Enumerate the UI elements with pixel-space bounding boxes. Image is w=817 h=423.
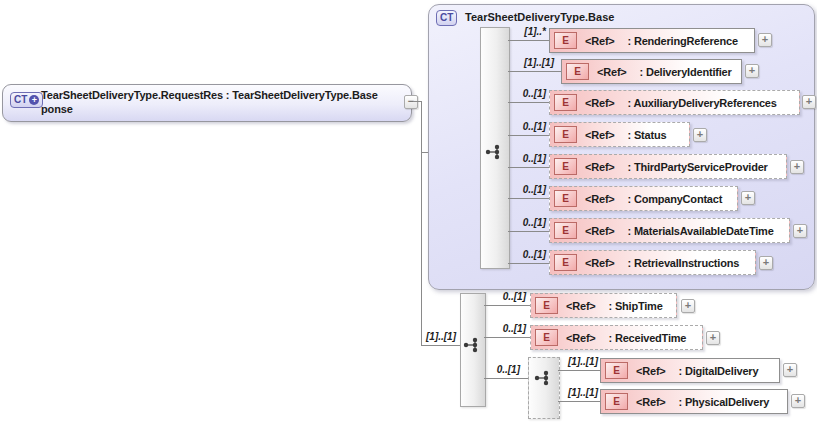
expand-button[interactable]: + <box>681 299 695 313</box>
element-icon: E <box>605 362 628 379</box>
element-icon: E <box>554 32 577 49</box>
connector-line <box>508 198 549 199</box>
cardinality-label: 0..[1] <box>486 323 526 335</box>
cardinality-label: 0..[1] <box>500 217 546 229</box>
cardinality-label: [1]..* <box>498 26 546 38</box>
element-ref: <Ref> <box>585 161 615 173</box>
expand-button[interactable]: + <box>783 363 797 377</box>
connector-line <box>508 263 549 264</box>
sequence-icon <box>462 336 482 354</box>
expand-button[interactable]: + <box>791 394 805 408</box>
expand-button[interactable]: + <box>758 33 772 47</box>
element-ref: <Ref> <box>566 300 596 312</box>
cardinality-label: [1]..[1] <box>414 331 456 343</box>
element-icon: E <box>605 393 628 410</box>
element-ref: <Ref> <box>585 225 615 237</box>
element-ship-time[interactable]: E <Ref> : ShipTime <box>530 293 677 318</box>
connector-line <box>558 370 600 371</box>
expand-button[interactable]: + <box>745 64 759 78</box>
element-auxiliary-delivery-references[interactable]: E <Ref> : AuxiliaryDeliveryReferences <box>549 90 800 115</box>
connector-line <box>484 337 530 338</box>
base-type-title: TearSheetDeliveryType.Base <box>465 11 614 23</box>
expand-button[interactable]: + <box>793 224 807 238</box>
element-icon: E <box>554 94 577 111</box>
root-title-line2: ponse <box>41 102 378 116</box>
element-name: : DeliveryIdentifier <box>640 66 732 78</box>
connector-line <box>508 231 549 232</box>
element-ref: <Ref> <box>636 365 666 377</box>
element-name: : MaterialsAvailableDateTime <box>628 225 774 237</box>
element-company-contact[interactable]: E <Ref> : CompanyContact <box>549 186 738 211</box>
root-title-line1: TearSheetDeliveryType.RequestRes : TearS… <box>41 88 378 102</box>
element-icon: E <box>554 158 577 175</box>
element-icon: E <box>554 222 577 239</box>
element-ref: <Ref> <box>566 332 596 344</box>
sequence-icon <box>533 369 553 387</box>
element-icon: E <box>554 190 577 207</box>
element-icon: E <box>535 297 558 314</box>
cardinality-label: 0..[1] <box>480 364 520 376</box>
expand-button[interactable]: + <box>741 191 755 205</box>
cardinality-label: 0..[1] <box>500 88 546 100</box>
element-ref: <Ref> <box>585 129 615 141</box>
connector-line <box>508 102 549 103</box>
element-received-time[interactable]: E <Ref> : ReceivedTime <box>530 325 703 350</box>
connector-line <box>421 345 460 346</box>
element-rendering-reference[interactable]: E <Ref> : RenderingReference <box>549 28 755 53</box>
element-name: : AuxiliaryDeliveryReferences <box>628 97 777 109</box>
cardinality-label: 0..[1] <box>500 249 546 261</box>
connector-line <box>508 135 549 136</box>
connector-line <box>484 378 528 379</box>
expand-button[interactable]: + <box>790 160 804 174</box>
element-name: : DigitalDelivery <box>679 365 759 377</box>
element-status[interactable]: E <Ref> : Status <box>549 122 690 147</box>
connector-line <box>484 305 530 306</box>
cardinality-label: [1]..[1] <box>508 57 554 69</box>
cardinality-label: 0..[1] <box>500 153 546 165</box>
element-name: : PhysicalDelivery <box>679 396 770 408</box>
root-node-title: TearSheetDeliveryType.RequestRes : TearS… <box>41 88 378 116</box>
element-icon: E <box>554 254 577 271</box>
cardinality-label: 0..[1] <box>486 291 526 303</box>
connector-line <box>421 101 422 345</box>
element-name: : RenderingReference <box>628 35 738 47</box>
connector-line <box>508 71 561 72</box>
complextype-icon: CT <box>436 10 457 26</box>
cardinality-label: [1]..[1] <box>554 387 598 399</box>
element-icon: E <box>535 329 558 346</box>
element-third-party-service-provider[interactable]: E <Ref> : ThirdPartyServiceProvider <box>549 154 787 179</box>
element-ref: <Ref> <box>585 257 615 269</box>
ct-badge-label: CT <box>440 11 453 25</box>
element-materials-available-date-time[interactable]: E <Ref> : MaterialsAvailableDateTime <box>549 218 790 243</box>
connector-line <box>508 40 549 41</box>
expand-button[interactable]: + <box>706 331 720 345</box>
element-name: : ShipTime <box>609 300 663 312</box>
cardinality-label: [1]..[1] <box>554 356 598 368</box>
connector-line <box>558 401 600 402</box>
element-name: : RetrievalInstructions <box>628 257 740 269</box>
complextype-plus-icon: CT+ <box>10 92 43 108</box>
expand-button[interactable]: + <box>693 128 707 142</box>
cardinality-label: 0..[1] <box>500 184 546 196</box>
connector-line <box>508 167 549 168</box>
root-complextype-node[interactable]: CT+ TearSheetDeliveryType.RequestRes : T… <box>2 84 412 122</box>
element-ref: <Ref> <box>585 193 615 205</box>
expand-button[interactable]: + <box>802 95 816 109</box>
plus-circle-icon: + <box>29 95 39 105</box>
ct-badge-label: CT <box>14 93 27 107</box>
element-ref: <Ref> <box>636 396 666 408</box>
element-ref: <Ref> <box>585 35 615 47</box>
cardinality-label: 0..[1] <box>500 121 546 133</box>
element-name: : ThirdPartyServiceProvider <box>628 161 768 173</box>
element-retrieval-instructions[interactable]: E <Ref> : RetrievalInstructions <box>549 250 756 275</box>
expand-button[interactable]: + <box>759 256 773 270</box>
element-name: : Status <box>628 129 667 141</box>
xsd-schema-diagram: CT+ TearSheetDeliveryType.RequestRes : T… <box>0 0 817 423</box>
element-ref: <Ref> <box>585 97 615 109</box>
collapse-button[interactable]: − <box>404 95 418 109</box>
element-digital-delivery[interactable]: E <Ref> : DigitalDelivery <box>600 358 780 383</box>
element-physical-delivery[interactable]: E <Ref> : PhysicalDelivery <box>600 389 788 414</box>
element-delivery-identifier[interactable]: E <Ref> : DeliveryIdentifier <box>561 59 742 84</box>
element-ref: <Ref> <box>597 66 627 78</box>
element-name: : ReceivedTime <box>609 332 687 344</box>
